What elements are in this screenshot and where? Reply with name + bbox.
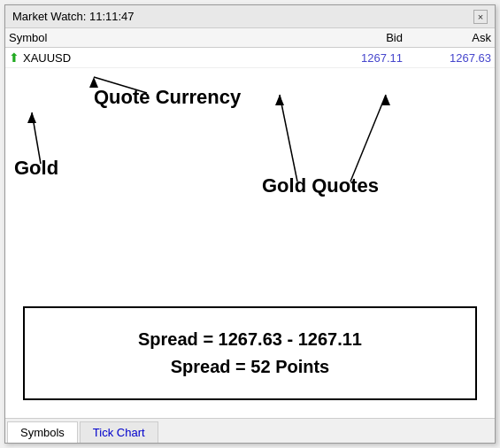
spread-box: Spread = 1267.63 - 1267.11 Spread = 52 P… [23, 306, 477, 400]
gold-label: Gold [14, 157, 58, 180]
svg-marker-1 [27, 112, 36, 123]
table-row[interactable]: ⬆ XAUUSD 1267.11 1267.63 [5, 48, 495, 68]
title-bar: Market Watch: 11:11:47 × [5, 5, 495, 28]
symbol-text: XAUUSD [23, 51, 71, 65]
spread-points: Spread = 52 Points [42, 357, 458, 377]
svg-marker-5 [275, 95, 284, 105]
gold-quotes-label: Gold Quotes [262, 174, 379, 197]
symbol-column-header: Symbol [9, 31, 314, 44]
annotation-area: Gold Quote Currency Gold Quotes Spread =… [5, 68, 495, 418]
market-watch-window: Market Watch: 11:11:47 × Symbol Bid Ask … [4, 4, 496, 444]
table-header: Symbol Bid Ask [5, 28, 495, 48]
svg-marker-7 [381, 95, 390, 105]
symbol-arrow-icon: ⬆ [9, 50, 19, 65]
tab-bar: Symbols Tick Chart [5, 418, 495, 443]
ask-column-header: Ask [420, 31, 491, 44]
svg-line-4 [280, 95, 297, 182]
bid-column-header: Bid [314, 31, 420, 44]
bid-value: 1267.11 [314, 51, 420, 65]
quote-currency-label: Quote Currency [94, 86, 241, 109]
tab-tick-chart[interactable]: Tick Chart [80, 421, 158, 443]
tab-symbols[interactable]: Symbols [7, 421, 78, 443]
svg-line-6 [350, 95, 386, 182]
close-button[interactable]: × [473, 10, 488, 24]
window-title: Market Watch: 11:11:47 [12, 10, 135, 23]
ask-value: 1267.63 [420, 51, 491, 65]
spread-formula: Spread = 1267.63 - 1267.11 [42, 329, 458, 350]
symbol-cell: ⬆ XAUUSD [9, 50, 314, 65]
